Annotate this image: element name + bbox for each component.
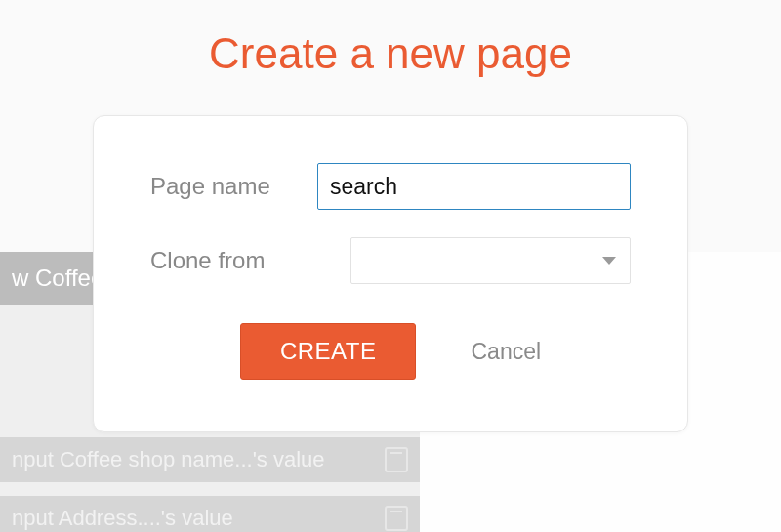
input-icon bbox=[385, 447, 408, 472]
clone-from-row: Clone from bbox=[150, 237, 631, 284]
dialog-buttons: CREATE Cancel bbox=[150, 323, 631, 380]
page-name-label: Page name bbox=[150, 173, 317, 200]
bg-row-name: nput Coffee shop name...'s value bbox=[0, 437, 420, 482]
bg-header-text: w Coffee bbox=[12, 265, 103, 292]
clone-from-label: Clone from bbox=[150, 247, 350, 274]
clone-from-select[interactable] bbox=[350, 237, 631, 284]
bg-row-address: nput Address....'s value bbox=[0, 496, 420, 532]
create-button[interactable]: CREATE bbox=[240, 323, 417, 380]
page-title: Create a new page bbox=[0, 29, 781, 78]
page-name-row: Page name bbox=[150, 163, 631, 210]
page-name-input[interactable] bbox=[317, 163, 631, 210]
chevron-down-icon bbox=[602, 257, 616, 265]
bg-row2-text: nput Address....'s value bbox=[12, 506, 233, 531]
cancel-button[interactable]: Cancel bbox=[471, 339, 541, 365]
bg-row1-text: nput Coffee shop name...'s value bbox=[12, 447, 325, 472]
input-icon bbox=[385, 506, 408, 531]
new-page-dialog: Page name Clone from CREATE Cancel bbox=[93, 115, 688, 432]
